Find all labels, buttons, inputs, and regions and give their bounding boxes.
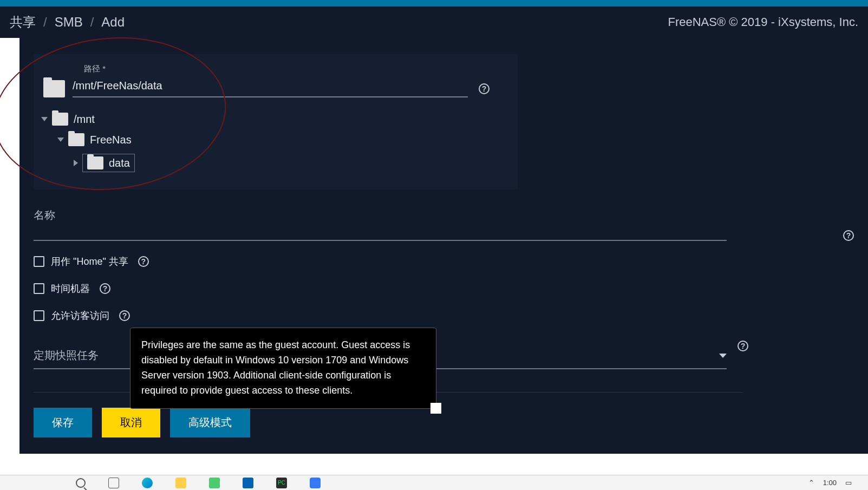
tree-label: /mnt <box>74 113 95 126</box>
guest-access-tooltip: Privileges are the same as the guest acc… <box>130 328 436 409</box>
path-panel: 路径 * ? /mnt FreeNas data <box>34 54 518 190</box>
breadcrumb-smb[interactable]: SMB <box>55 15 83 30</box>
guest-access-row: 允许访客访问 ? <box>34 309 854 322</box>
folder-tree: /mnt FreeNas data <box>41 113 508 172</box>
home-share-row: 用作 "Home" 共享 ? <box>34 255 854 268</box>
help-icon[interactable]: ? <box>479 83 490 94</box>
tooltip-close-button[interactable]: − <box>430 403 441 414</box>
folder-icon <box>43 80 65 97</box>
path-label: 路径 * <box>84 64 508 74</box>
chevron-down-icon[interactable] <box>57 138 64 142</box>
snapshot-task-label: 定期快照任务 <box>34 348 99 363</box>
help-icon[interactable]: ? <box>138 256 149 267</box>
help-icon[interactable]: ? <box>738 341 748 351</box>
help-icon[interactable]: ? <box>843 230 854 241</box>
path-input-row: ? <box>43 80 508 97</box>
app-icon[interactable] <box>243 478 253 488</box>
folder-icon <box>87 156 103 169</box>
search-icon[interactable] <box>76 478 86 488</box>
time-machine-row: 时间机器 ? <box>34 282 854 295</box>
breadcrumb-share[interactable]: 共享 <box>10 14 36 31</box>
help-icon[interactable]: ? <box>119 310 130 321</box>
breadcrumb-add[interactable]: Add <box>101 15 125 30</box>
app-icon[interactable] <box>209 478 220 488</box>
explorer-icon[interactable] <box>175 478 186 488</box>
cancel-button[interactable]: 取消 <box>102 408 160 437</box>
name-label: 名称 <box>34 208 832 223</box>
task-view-icon[interactable] <box>108 478 119 488</box>
home-share-checkbox[interactable] <box>34 256 44 267</box>
folder-icon <box>52 113 68 126</box>
name-input[interactable] <box>34 226 727 241</box>
breadcrumb-sep: / <box>90 15 94 30</box>
app-icon[interactable]: PC <box>276 478 287 488</box>
folder-icon <box>68 133 84 146</box>
taskbar-right: ⌃ 1:00 ▭ <box>808 479 852 487</box>
taskbar: PC ⌃ 1:00 ▭ <box>0 475 868 490</box>
advanced-mode-button[interactable]: 高级模式 <box>170 408 250 437</box>
home-share-label: 用作 "Home" 共享 <box>51 255 128 268</box>
chevron-down-icon <box>719 354 727 358</box>
chevron-right-icon[interactable] <box>74 160 78 166</box>
tree-node-data[interactable]: data <box>74 154 508 172</box>
tree-node-mnt[interactable]: /mnt <box>41 113 508 126</box>
notification-icon[interactable]: ▭ <box>845 479 852 487</box>
tray-icon[interactable]: ⌃ <box>808 479 814 487</box>
time-machine-checkbox[interactable] <box>34 283 44 294</box>
tooltip-text: Privileges are the same as the guest acc… <box>141 339 410 396</box>
button-row: 保存 取消 高级模式 <box>34 408 854 437</box>
guest-access-checkbox[interactable] <box>34 310 44 321</box>
tree-node-selected[interactable]: data <box>82 154 135 172</box>
path-input[interactable] <box>73 80 468 97</box>
tree-label: data <box>109 157 130 169</box>
taskbar-clock[interactable]: 1:00 <box>823 479 837 487</box>
breadcrumb-sep: / <box>43 15 47 30</box>
save-button[interactable]: 保存 <box>34 408 92 437</box>
app-icon[interactable] <box>310 478 321 488</box>
taskbar-left: PC <box>76 478 321 488</box>
breadcrumb: 共享 / SMB / Add <box>10 14 125 31</box>
top-bar <box>0 0 868 6</box>
time-machine-label: 时间机器 <box>51 282 90 295</box>
tree-label: FreeNas <box>90 134 132 146</box>
chevron-down-icon[interactable] <box>41 117 48 121</box>
copyright-text: FreeNAS® © 2019 - iXsystems, Inc. <box>668 15 858 29</box>
help-icon[interactable]: ? <box>100 283 110 294</box>
edge-icon[interactable] <box>142 478 153 488</box>
guest-access-label: 允许访客访问 <box>51 309 109 322</box>
tree-node-freenas[interactable]: FreeNas <box>57 133 508 146</box>
name-field: 名称 ? <box>34 208 854 241</box>
breadcrumb-bar: 共享 / SMB / Add FreeNAS® © 2019 - iXsyste… <box>0 6 868 38</box>
